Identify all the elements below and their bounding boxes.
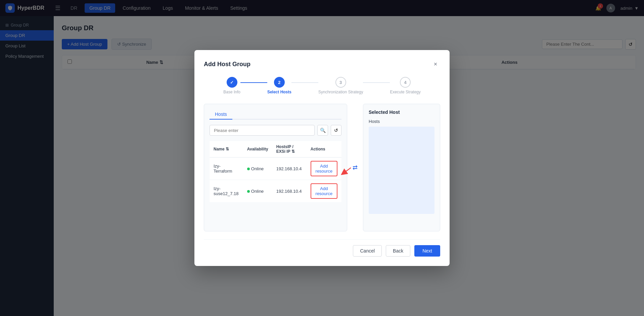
- host-ip-2: 192.168.10.4: [272, 180, 307, 202]
- connector-1-2: [240, 82, 267, 83]
- modal-title: Add Host Group: [204, 61, 250, 68]
- col-hostsip: HostsIP / EXSi IP ⇅: [272, 141, 307, 157]
- host-name-1: Izy-Terraform: [210, 157, 243, 180]
- status-dot-online: [247, 190, 250, 193]
- step-2-circle: 2: [274, 77, 285, 88]
- step-3-label: Synchronization Strategy: [318, 90, 363, 94]
- host-availability-2: Online: [243, 180, 272, 202]
- selected-panel-title: Selected Host: [369, 109, 434, 115]
- stepper: ✓ Base Info 2 Select Hosts 3 Synchroniza…: [204, 77, 440, 94]
- table-row: Izy-suse12_7.18 Online 192.168.10.4 Add …: [210, 180, 341, 202]
- step-3: 3 Synchronization Strategy: [318, 77, 363, 94]
- hosts-table-wrapper: Name ⇅ Availability HostsIP / EXSi IP ⇅ …: [210, 141, 341, 202]
- host-action-2: Add resource: [307, 180, 341, 202]
- host-name-2: Izy-suse12_7.18: [210, 180, 243, 202]
- step-1-label: Base Info: [223, 90, 240, 94]
- table-row: Izy-Terraform Online 192.168.10.4 Add re…: [210, 157, 341, 180]
- modal-footer: Cancel Back Next: [204, 239, 440, 257]
- hosts-tab-bar: Hosts: [210, 109, 341, 120]
- svg-line-1: [343, 168, 351, 173]
- selected-section-label: Hosts: [369, 119, 434, 124]
- selected-panel: Selected Host Hosts: [363, 104, 440, 231]
- modal-close-button[interactable]: ×: [431, 59, 440, 69]
- step-2-label: Select Hosts: [267, 90, 291, 94]
- col-name: Name ⇅: [210, 141, 243, 157]
- hosts-search-input[interactable]: [210, 125, 315, 136]
- add-host-group-modal: Add Host Group × ✓ Base Info 2 Select Ho…: [194, 50, 450, 266]
- status-dot-online: [247, 168, 250, 170]
- col-actions: Actions: [307, 141, 341, 157]
- selected-content-area: [369, 127, 434, 214]
- host-ip-1: 192.168.10.4: [272, 157, 307, 180]
- hosts-search-bar: 🔍 ↺: [210, 125, 341, 136]
- transfer-icon: ⇄: [353, 164, 358, 171]
- add-resource-highlight-2: Add resource: [311, 183, 337, 199]
- hosts-table: Name ⇅ Availability HostsIP / EXSi IP ⇅ …: [210, 141, 341, 202]
- step-1: ✓ Base Info: [223, 77, 240, 94]
- hosts-search-button[interactable]: 🔍: [317, 125, 328, 136]
- connector-3-4: [363, 82, 390, 83]
- step-4: 4 Execute Strategy: [390, 77, 420, 94]
- modal-overlay: Add Host Group × ✓ Base Info 2 Select Ho…: [0, 0, 644, 316]
- add-resource-button-2[interactable]: Add resource: [313, 185, 335, 197]
- step-4-circle: 4: [400, 77, 411, 88]
- add-resource-highlight-1: Add resource: [311, 161, 337, 176]
- modal-header: Add Host Group ×: [204, 59, 440, 69]
- step-2: 2 Select Hosts: [267, 77, 291, 94]
- red-arrow-annotation: [341, 165, 354, 179]
- next-button[interactable]: Next: [414, 245, 440, 257]
- hosts-panel: Hosts 🔍 ↺ Name ⇅ Availability: [204, 104, 347, 231]
- col-availability: Availability: [243, 141, 272, 157]
- host-action-1: Add resource: [307, 157, 341, 180]
- tab-hosts[interactable]: Hosts: [210, 109, 232, 120]
- connector-2-3: [291, 82, 318, 83]
- hosts-refresh-button[interactable]: ↺: [331, 125, 341, 136]
- add-resource-button-1[interactable]: Add resource: [313, 162, 335, 175]
- step-3-circle: 3: [335, 77, 346, 88]
- modal-body: Hosts 🔍 ↺ Name ⇅ Availability: [204, 104, 440, 231]
- cancel-button[interactable]: Cancel: [353, 245, 382, 257]
- host-availability-1: Online: [243, 157, 272, 180]
- step-1-circle: ✓: [227, 77, 237, 88]
- back-button[interactable]: Back: [386, 245, 410, 257]
- step-4-label: Execute Strategy: [390, 90, 420, 94]
